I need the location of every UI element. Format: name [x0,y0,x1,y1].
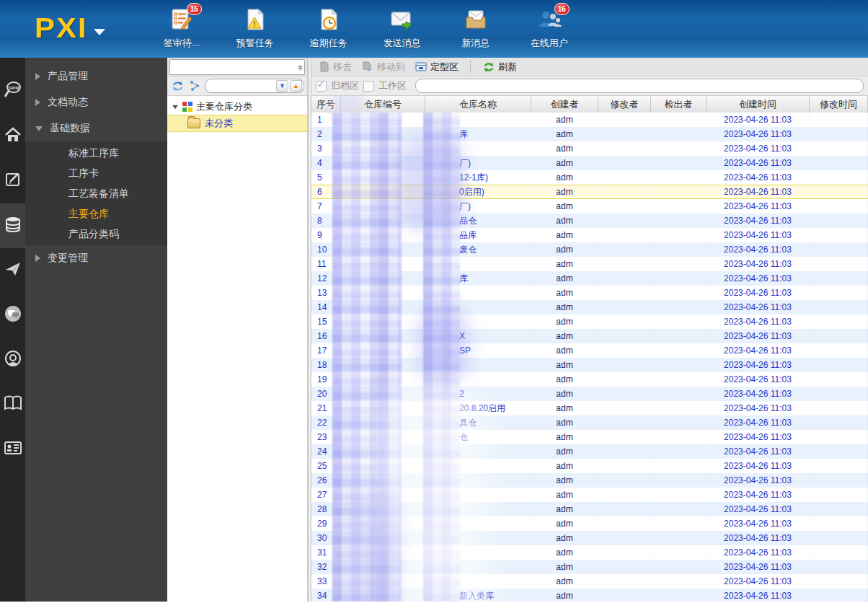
cell-created-time: 2023-04-26 11:03 [707,314,810,329]
nav-group-change-management[interactable]: 变更管理 [25,245,167,271]
column-header-creator[interactable]: 创建者 [531,96,598,113]
column-header-index[interactable]: 序号 [311,96,341,113]
table-row[interactable]: 17SPadm2023-04-26 11:03 [311,343,868,358]
nav-item-product-classification-code[interactable]: 产品分类码 [25,224,167,244]
cell-created-time: 2023-04-26 11:03 [707,444,810,459]
table-row[interactable]: 60启用)adm2023-04-26 11:03 [311,185,868,199]
table-row[interactable]: 202adm2023-04-26 11:03 [311,387,868,401]
tree-item-uncategorized[interactable]: 未分类 [167,115,307,132]
nav-item-main-warehouse[interactable]: 主要仓库 [25,203,167,224]
table-row[interactable]: 9品库adm2023-04-26 11:03 [311,228,868,242]
cell-creator: adm [531,343,598,358]
table-row[interactable]: 14adm2023-04-26 11:03 [311,300,868,314]
table-row[interactable]: 31adm2023-04-26 11:03 [311,545,868,560]
table-body: 1adm2023-04-26 11:032库adm2023-04-26 11:0… [311,113,868,602]
table-row[interactable]: 18adm2023-04-26 11:03 [311,358,868,372]
cell-modifier [598,156,651,170]
refresh-button[interactable]: 刷新 [483,61,517,74]
cell-checkout-by [651,113,707,127]
cell-creator: adm [531,415,598,430]
svg-text:!: ! [253,20,255,28]
table-row[interactable]: 19adm2023-04-26 11:03 [311,372,868,387]
column-header-modifier[interactable]: 修改者 [598,96,651,113]
nav-item-equipment-list[interactable]: 工艺装备清单 [25,183,167,203]
nav-group-basic-data[interactable]: 基础数据 [25,115,167,141]
cell-index: 10 [311,242,341,257]
cell-checkout-by [651,459,707,473]
toolbar-item-label: 预警任务 [236,37,274,50]
table-row[interactable]: 32adm2023-04-26 11:03 [311,560,868,574]
table-row[interactable]: 2库adm2023-04-26 11:03 [311,127,868,141]
table-row[interactable]: 1adm2023-04-26 11:03 [311,113,868,127]
tree-refresh-button[interactable] [170,79,185,93]
table-row[interactable]: 22具仓adm2023-04-26 11:03 [311,415,868,430]
tree-root-warehouse-category[interactable]: 主要仓库分类 [167,99,307,115]
toolbar-item-new-message[interactable]: 新消息 [450,7,502,50]
sidebar-item-home[interactable] [0,114,25,159]
remove-button[interactable]: 移去 [319,61,352,74]
table-row[interactable]: 2120.8.20启用adm2023-04-26 11:03 [311,401,868,415]
table-row[interactable]: 4厂)adm2023-04-26 11:03 [311,156,868,170]
archive-area-checkbox[interactable] [316,81,327,92]
table-row[interactable]: 30adm2023-04-26 11:03 [311,531,868,545]
table-row[interactable]: 34新入类库adm2023-04-26 11:03 [311,589,868,602]
search-up-button[interactable]: ▲ [290,80,302,92]
fixed-area-button[interactable]: 定型区 [415,61,459,74]
column-header-modified-time[interactable]: 修改时间 [810,96,868,113]
table-row[interactable]: 11adm2023-04-26 11:03 [311,257,868,271]
table-row[interactable]: 33adm2023-04-26 11:03 [311,574,868,589]
tree-hierarchy-button[interactable] [187,79,202,93]
sidebar-item-database[interactable] [0,203,25,248]
toolbar-item-warning-tasks[interactable]: ! 预警任务 [229,7,281,50]
table-row[interactable]: 8品仓adm2023-04-26 11:03 [311,214,868,228]
cell-modified-time [810,170,868,185]
table-row[interactable]: 10废仓adm2023-04-26 11:03 [311,242,868,257]
nav-item-standard-process-library[interactable]: 标准工序库 [25,143,167,163]
column-header-checkout-by[interactable]: 检出者 [651,96,707,113]
sidebar-item-id-card[interactable] [0,427,25,472]
search-down-button[interactable]: ▼ [276,80,288,92]
cell-creator: adm [531,430,598,444]
table-row[interactable]: 13adm2023-04-26 11:03 [311,286,868,300]
table-row[interactable]: 7厂)adm2023-04-26 11:03 [311,199,868,214]
toolbar-item-online-users[interactable]: 16 在线用户 [523,7,575,50]
nav-item-process-card[interactable]: 工序卡 [25,163,167,183]
sidebar-item-sipm-search[interactable]: SIPM [0,69,25,114]
nav-group-document-activity[interactable]: 文档动态 [25,89,167,115]
sidebar-item-edit[interactable] [0,159,25,203]
table-row[interactable]: 26adm2023-04-26 11:03 [311,473,868,488]
table-row[interactable]: 512-1库)adm2023-04-26 11:03 [311,170,868,185]
sidebar-item-broadcast[interactable] [0,338,25,382]
table-row[interactable]: 25adm2023-04-26 11:03 [311,459,868,473]
column-header-warehouse-code[interactable]: 仓库编号 [341,96,425,113]
table-row[interactable]: 16Xadm2023-04-26 11:03 [311,329,868,343]
toolbar-item-sign-review[interactable]: 15 签审待... [156,7,208,50]
cell-index: 29 [311,516,341,531]
sidebar-item-send[interactable] [0,248,25,293]
table-row[interactable]: 27adm2023-04-26 11:03 [311,488,868,502]
table-row[interactable]: 29adm2023-04-26 11:03 [311,516,868,531]
table-row[interactable]: 3adm2023-04-26 11:03 [311,141,868,156]
app-logo[interactable]: PXI [35,11,105,45]
nav-group-product-management[interactable]: 产品管理 [25,63,167,89]
table-row[interactable]: 24adm2023-04-26 11:03 [311,444,868,459]
column-header-created-time[interactable]: 创建时间 [707,96,810,113]
cell-modifier [598,329,651,343]
archive-area-label: 归档区 [331,79,359,92]
sidebar-item-book[interactable] [0,382,25,427]
category-combobox[interactable]: » [169,59,305,75]
toolbar-item-overdue-tasks[interactable]: 逾期任务 [303,7,355,50]
table-row[interactable]: 15adm2023-04-26 11:03 [311,314,868,329]
table-row[interactable]: 23仓adm2023-04-26 11:03 [311,430,868,444]
toolbar-item-send-message[interactable]: 发送消息 [376,7,428,50]
move-to-button[interactable]: 移动到 [362,61,405,74]
sidebar-item-chat[interactable] [0,293,25,338]
cell-warehouse-name [425,502,531,516]
table-row[interactable]: 28adm2023-04-26 11:03 [311,502,868,516]
filter-search-input[interactable] [415,79,864,93]
table-row[interactable]: 12库adm2023-04-26 11:03 [311,271,868,286]
column-header-warehouse-name[interactable]: 仓库名称 [425,96,531,113]
work-area-checkbox[interactable] [363,81,374,92]
tree-search-input[interactable]: ▼ ▲ [205,79,304,93]
cell-creator: adm [531,257,598,271]
